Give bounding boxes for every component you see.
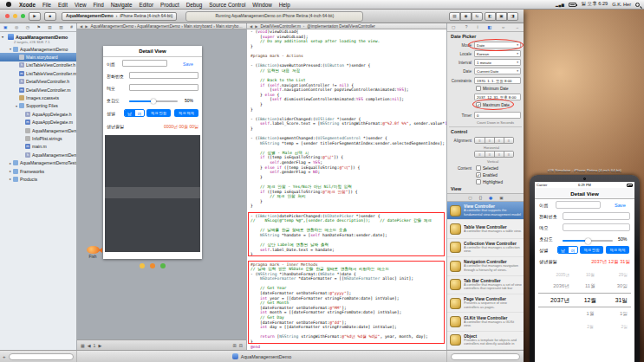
selected-checkbox-row[interactable]: Selected (476, 165, 498, 171)
editor-mode-button-0[interactable]: ▤ (449, 12, 460, 21)
save-button[interactable]: Save (615, 203, 626, 208)
library-item-glkit-view-controller[interactable]: GLKit View ControllerA controller that m… (447, 313, 524, 331)
check-none-button[interactable]: 체크 안함 (146, 109, 171, 117)
file-row-aquamanagementdemo[interactable]: ▾AquaManagementDemo (0, 45, 76, 53)
maximum-date-checkbox-row[interactable]: ✓ Maximum Date (476, 102, 510, 107)
selected-checkbox[interactable] (476, 165, 481, 171)
picker-row[interactable]: 2월2일 (538, 320, 631, 332)
picker-row-selected[interactable]: 2037년12월31일 (538, 293, 631, 307)
file-row-infoplist-strings[interactable]: InfoPlist.strings (0, 134, 76, 142)
menu-source-control[interactable]: Source Control (205, 2, 249, 8)
apple-logo-icon[interactable] (6, 2, 11, 7)
canvas-control-left-3[interactable]: ▶ (98, 343, 101, 348)
first-responder-icon[interactable] (150, 263, 155, 268)
menu-help[interactable]: Help (276, 2, 294, 8)
file-row-detailviewcontroller-m[interactable]: mDetailViewController.m (0, 86, 76, 94)
alignment-cell-3[interactable]: ≡ (504, 138, 513, 143)
score-slider-knob[interactable] (585, 238, 591, 244)
interval-popup[interactable]: 1 minute▾ (474, 59, 521, 66)
menubar-clock[interactable]: 일 오후 6:29 (581, 1, 608, 8)
close-window-button[interactable] (5, 14, 10, 18)
library-item-collection-view-controller[interactable]: Collection View ControllerA controller t… (447, 239, 524, 257)
inspector-tab-4-icon[interactable]: ⇔ (501, 25, 505, 29)
alignment-cell-0[interactable]: ≡ (475, 152, 485, 157)
minimum-date-field[interactable]: 1970. 1. 1. 오전 8:00 (474, 77, 521, 84)
scheme-selector[interactable]: AquaManagementDemo › iPhone Retina (4-in… (62, 12, 177, 21)
name-field[interactable] (122, 60, 167, 67)
menu-xcode[interactable]: Xcode (16, 2, 39, 8)
file-row-aquamanagementdemotests[interactable]: ▸AquaManagementDemoTests (0, 158, 76, 166)
editor-symbol[interactable]: @implementation DetailViewController (307, 24, 375, 29)
battery-icon[interactable] (569, 3, 576, 7)
inspector-tab-2-icon[interactable]: i (477, 25, 478, 29)
memo-field[interactable] (563, 223, 630, 231)
alignment-cell-0[interactable]: ≡ (475, 138, 485, 143)
forward-icon[interactable]: ▶ (85, 24, 88, 29)
exit-icon[interactable] (160, 263, 166, 268)
locale-popup[interactable]: Korean▾ (474, 50, 521, 57)
library-item-view-controller[interactable]: View ControllerA controller that support… (447, 202, 524, 220)
inspector-tab-1-icon[interactable]: ? (465, 25, 468, 29)
gender-segmented-control[interactable]: 남 여 (124, 109, 145, 117)
date-popup[interactable]: Current Date▾ (474, 68, 521, 74)
spotlight-icon[interactable] (635, 3, 640, 7)
navigator-tab-4-icon[interactable]: ▤ (48, 25, 52, 29)
navigator-tab-6-icon[interactable]: # (70, 25, 73, 29)
menu-editor[interactable]: Editor (136, 2, 157, 8)
zoom-window-button[interactable] (21, 14, 25, 18)
menu-product[interactable]: Product (157, 2, 183, 8)
enabled-checkbox[interactable]: ✓ (476, 172, 481, 178)
name-field[interactable] (556, 201, 601, 209)
inspector-tab-0-icon[interactable]: ▢ (452, 25, 456, 29)
date-picker-view[interactable] (105, 135, 200, 252)
segment-male[interactable]: 남 (558, 247, 568, 253)
menu-file[interactable]: File (39, 2, 55, 8)
file-row-aquaappdelegate-h[interactable]: hAquaAppDelegate.h (0, 110, 76, 118)
save-button[interactable]: Save (183, 61, 193, 67)
segment-female[interactable]: 여 (568, 247, 577, 253)
phone-field[interactable] (129, 72, 198, 79)
ib-jump-bar[interactable]: ◀ ▶ AquaManagementDemo › AquaManagementD… (77, 23, 246, 29)
library-tab-2-icon[interactable]: ◉ (489, 196, 492, 200)
timer-field[interactable]: 0 (474, 112, 521, 119)
alignment-cell-3[interactable]: ≡ (504, 152, 513, 157)
file-row-frameworks[interactable]: ▸Frameworks (0, 167, 76, 175)
menu-view[interactable]: View (71, 2, 90, 8)
file-row-detailviewcontroller-h[interactable]: hDetailViewController.h (0, 78, 76, 86)
library-tab-3-icon[interactable]: ▣ (499, 196, 504, 200)
file-row-listtableviewcontroller-m[interactable]: mListTableViewController.m (0, 69, 76, 77)
ib-breadcrumb[interactable]: AquaManagementDemo › AquaManagementDemo … (90, 24, 244, 29)
check-none-button[interactable]: 체크 안함 (580, 246, 603, 254)
editor-mode-button-1[interactable]: ◉ (460, 12, 472, 21)
inspector-tab-5-icon[interactable]: → (515, 25, 519, 29)
run-button[interactable]: ▶ (29, 12, 41, 21)
stop-button[interactable]: ■ (44, 12, 56, 21)
view-toggle-button-0[interactable]: ◧ (485, 12, 496, 21)
date-picker-wheel[interactable]: 2035년10월29일2036년11월30일2037년12월31일1월1일2월2… (538, 268, 631, 332)
project-row[interactable]: ▾ AquaManagementDemo 2 targets, iOS SDK … (0, 32, 76, 45)
file-row-images-xcassets[interactable]: Images.xcassets (0, 94, 76, 101)
editor-mode-button-2[interactable]: ⇆ (472, 12, 483, 21)
editor-jump-bar[interactable]: ◀ ▶ DetailViewController.m › @implementa… (247, 23, 446, 29)
library-item-object[interactable]: ObjectProvides a template for objects an… (447, 332, 524, 350)
score-slider-knob[interactable] (151, 99, 156, 104)
storyboard-canvas[interactable]: Detail View 이름 Save 전화번호 메모 호감도 50% 성별 (77, 29, 246, 339)
picker-row[interactable]: 2035년10월29일 (538, 268, 631, 280)
library-tab-0-icon[interactable]: ▢ (468, 196, 472, 200)
file-row-products[interactable]: ▸Products (0, 175, 76, 183)
navigator-tab-5-icon[interactable]: ▥ (59, 25, 63, 29)
menu-navigate[interactable]: Navigate (107, 2, 136, 8)
gender-segmented-control[interactable]: 남 여 (557, 246, 578, 254)
canvas-control-right-0[interactable]: ⊞ (233, 343, 237, 348)
menu-edit[interactable]: Edit (55, 2, 71, 8)
navigator-tab-0-icon[interactable]: ▣ (3, 25, 8, 29)
mode-popup[interactable]: Date▾ (474, 42, 521, 48)
horizontal-alignment-segmented[interactable]: ≡≡≡≡ (474, 137, 514, 144)
file-row-main-m[interactable]: mmain.m (0, 143, 76, 151)
menu-debug[interactable]: Debug (183, 2, 206, 8)
navigator-tab-1-icon[interactable]: ◎ (15, 25, 18, 29)
signal-icon[interactable]: ▂▄▆ (556, 3, 565, 7)
file-row-aquamanagementdemo-info-plist[interactable]: AquaManagementDemo-Info.plist (0, 126, 76, 134)
vertical-alignment-segmented[interactable]: ≡≡≡≡ (474, 151, 514, 158)
canvas-control-left-2[interactable]: 1 (94, 343, 96, 348)
